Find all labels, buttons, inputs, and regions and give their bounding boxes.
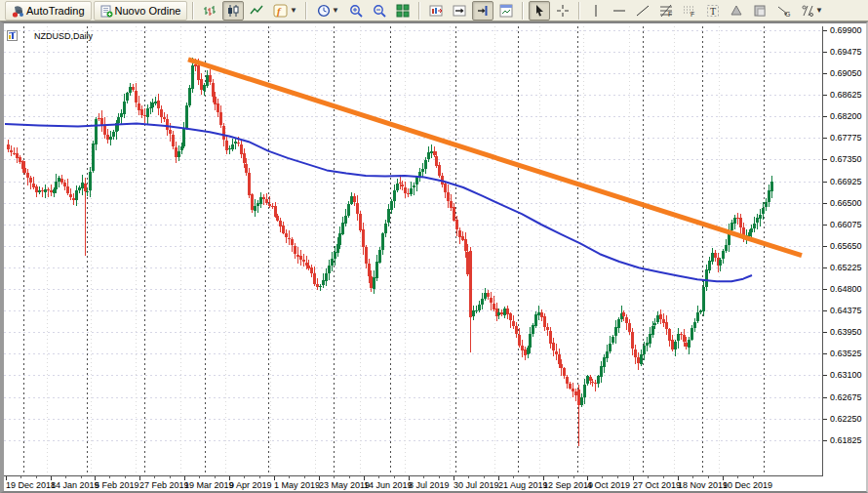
chart-mini-icon: [20, 30, 31, 41]
date-tick-label: 9 Apr 2019: [229, 480, 272, 490]
price-tick: [823, 397, 827, 398]
date-tick-label: 5 Feb 2019: [95, 480, 139, 490]
periods-icon[interactable]: ▼: [312, 1, 343, 21]
price-tick: [823, 332, 827, 333]
new-chart-icon[interactable]: [495, 1, 517, 21]
horizontal-line-icon[interactable]: [609, 1, 630, 21]
price-tick-label: 0.69475: [830, 47, 862, 57]
svg-text:F: F: [668, 11, 672, 18]
price-tick: [823, 73, 827, 74]
date-minor-tick: [215, 476, 216, 478]
date-tick-label: 19 Dec 2018: [6, 480, 56, 490]
vertical-line-icon[interactable]: [585, 1, 607, 21]
indicators-icon[interactable]: f ▼: [269, 1, 300, 21]
zoom-in-icon[interactable]: [345, 1, 367, 21]
date-minor-tick: [81, 476, 82, 478]
price-tick: [823, 353, 827, 354]
date-minor-tick: [125, 476, 126, 478]
chart-title: NZDUSD,Daily: [34, 31, 93, 41]
line-chart-icon[interactable]: [246, 1, 267, 21]
price-tick-label: 0.69050: [830, 68, 862, 78]
bars-chart-icon[interactable]: [199, 1, 220, 21]
date-minor-tick: [708, 476, 709, 478]
date-minor-tick: [170, 476, 171, 478]
price-tick-label: 0.63100: [830, 370, 862, 380]
svg-text:G: G: [785, 11, 790, 18]
date-minor-tick: [20, 476, 21, 478]
trendline-icon[interactable]: [632, 1, 653, 21]
date-minor-tick: [753, 476, 754, 478]
date-minor-tick: [334, 476, 335, 478]
price-tick-label: 0.64800: [830, 284, 862, 294]
date-minor-tick: [109, 476, 110, 478]
shapes-icon[interactable]: [749, 1, 770, 21]
date-minor-tick: [349, 476, 350, 478]
price-tick: [823, 289, 827, 290]
date-tick-label: 12 Sep 2019: [543, 480, 593, 490]
date-tick-label: 1 May 2019: [274, 480, 320, 490]
date-minor-tick: [154, 476, 155, 478]
date-minor-tick: [602, 476, 603, 478]
date-minor-tick: [648, 476, 649, 478]
new-order-button[interactable]: Nuovo Ordine: [94, 1, 188, 21]
candlestick-chart-icon[interactable]: [222, 1, 244, 21]
chevron-down-icon: ▼: [815, 6, 823, 15]
text-label-icon[interactable]: T: [702, 1, 724, 21]
cycle-lines-icon[interactable]: ▼: [796, 1, 827, 21]
price-tick-label: 0.66075: [830, 220, 862, 229]
arrows-icon[interactable]: [726, 1, 747, 21]
cursor-icon[interactable]: [529, 1, 550, 21]
fibo-grid-icon[interactable]: F: [679, 1, 700, 21]
date-tick-label: 18 Nov 2019: [678, 480, 728, 490]
chart-plot[interactable]: NZDUSD,Daily: [4, 26, 823, 476]
date-minor-tick: [378, 476, 379, 478]
price-tick: [823, 225, 827, 226]
date-minor-tick: [259, 476, 260, 478]
auto-scroll-icon[interactable]: [425, 1, 447, 21]
crosshair-icon[interactable]: [552, 1, 573, 21]
price-tick-label: 0.67775: [830, 133, 862, 143]
gann-icon[interactable]: G: [772, 1, 794, 21]
price-tick-label: 0.68200: [830, 111, 862, 121]
date-minor-tick: [304, 476, 305, 478]
price-axis[interactable]: 0.699000.694750.690500.686250.682000.677…: [823, 26, 866, 475]
chart-shift-icon[interactable]: [449, 1, 470, 21]
date-tick-label: 27 Oct 2019: [633, 480, 681, 490]
toolbar-separator: [305, 2, 307, 20]
price-tick-label: 0.65225: [830, 263, 862, 272]
toolbar-separator: [192, 2, 194, 20]
price-tick: [823, 95, 827, 96]
date-tick-label: 4 Oct 2019: [587, 480, 630, 490]
price-tick: [823, 116, 827, 117]
autotrading-label: AutoTrading: [26, 5, 85, 17]
chart-window: NZDUSD,Daily 0.699000.694750.690500.6862…: [0, 21, 868, 493]
fibonacci-icon[interactable]: F: [655, 1, 677, 21]
price-tick-label: 0.64375: [830, 306, 862, 315]
toolbar: AutoTrading Nuovo Ordine f ▼ ▼: [0, 0, 868, 21]
price-tick-label: 0.68625: [830, 90, 862, 100]
date-minor-tick: [65, 476, 66, 478]
svg-text:T: T: [710, 6, 716, 17]
toolbar-separator: [522, 2, 524, 20]
price-tick-label: 0.65650: [830, 241, 862, 251]
date-minor-tick: [663, 476, 664, 478]
scroll-to-end-icon[interactable]: [472, 1, 493, 21]
date-minor-tick: [617, 476, 618, 478]
price-tick-label: 0.61825: [830, 435, 862, 445]
price-tick-label: 0.69900: [830, 25, 862, 35]
price-tick: [823, 419, 827, 420]
chart-title-bar: NZDUSD,Daily: [7, 30, 93, 41]
price-tick: [823, 30, 827, 31]
autotrading-button[interactable]: AutoTrading: [5, 1, 92, 21]
date-tick-label: 27 Feb 2019: [139, 480, 189, 490]
date-tick-label: 30 Jul 2019: [454, 480, 499, 490]
date-minor-tick: [199, 476, 200, 478]
date-minor-tick: [244, 476, 245, 478]
chevron-down-icon: ▼: [290, 6, 297, 15]
date-tick-label: 19 Mar 2019: [184, 480, 234, 490]
time-axis[interactable]: 19 Dec 201814 Jan 20195 Feb 201927 Feb 2…: [4, 476, 866, 491]
price-tick-label: 0.63525: [830, 349, 862, 358]
zoom-out-icon[interactable]: [369, 1, 390, 21]
new-order-label: Nuovo Ordine: [115, 5, 181, 17]
tile-windows-icon[interactable]: [392, 1, 414, 21]
